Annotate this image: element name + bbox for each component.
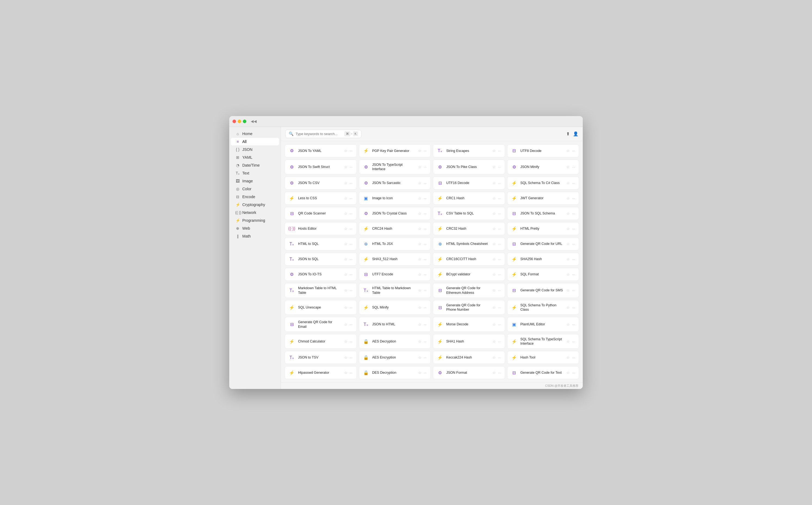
more-button[interactable]: ··· — [349, 257, 353, 262]
favorite-button[interactable]: ☆ — [566, 322, 570, 327]
tool-card[interactable]: ⚡ SHA256 Hash ☆ ··· — [507, 252, 579, 266]
tool-card[interactable]: Tₓ CSV Table to SQL ☆ ··· — [433, 207, 505, 220]
favorite-button[interactable]: ☆ — [418, 322, 422, 327]
favorite-button[interactable]: ☆ — [418, 196, 422, 201]
tool-card[interactable]: ⚡ CRC32 Hash ☆ ··· — [433, 222, 505, 235]
tool-card[interactable]: ⚙ JSON To Pike Class ☆ ··· — [433, 160, 505, 174]
favorite-button[interactable]: ☆ — [492, 196, 496, 201]
favorite-button[interactable]: ☆ — [344, 272, 348, 277]
more-button[interactable]: ··· — [497, 257, 502, 262]
sidebar-item-color[interactable]: ◎ Color — [231, 185, 279, 193]
more-button[interactable]: ··· — [349, 322, 353, 327]
sidebar-item-home[interactable]: ⌂ Home — [231, 130, 279, 138]
more-button[interactable]: ··· — [571, 196, 575, 201]
tool-card[interactable]: 🔒 DES Decryption ☆ ··· — [359, 366, 431, 379]
favorite-button[interactable]: ☆ — [344, 241, 348, 246]
close-button[interactable] — [233, 120, 236, 123]
favorite-button[interactable]: ☆ — [492, 164, 496, 170]
tool-card[interactable]: ⊟ UTF8 Decode ☆ ··· — [507, 144, 579, 157]
more-button[interactable]: ··· — [423, 148, 427, 153]
tool-card[interactable]: ⊟ UTF7 Encode ☆ ··· — [359, 268, 431, 281]
more-button[interactable]: ··· — [571, 148, 575, 153]
tool-card[interactable]: ⊟ Generate QR Code for SMS ☆ ··· — [507, 283, 579, 298]
more-button[interactable]: ··· — [497, 339, 502, 344]
favorite-button[interactable]: ☆ — [492, 257, 496, 262]
favorite-button[interactable]: ☆ — [492, 322, 496, 327]
tool-card[interactable]: ⊟ Generate QR Code for URL ☆ ··· — [507, 237, 579, 250]
favorite-button[interactable]: ☆ — [492, 370, 496, 375]
tool-card[interactable]: ⚙ JSON To IO-TS ☆ ··· — [285, 268, 357, 281]
favorite-button[interactable]: ☆ — [418, 164, 422, 170]
more-button[interactable]: ··· — [423, 339, 427, 344]
favorite-button[interactable]: ☆ — [566, 241, 570, 246]
favorite-button[interactable]: ☆ — [566, 339, 570, 344]
more-button[interactable]: ··· — [497, 241, 502, 246]
favorite-button[interactable]: ☆ — [566, 148, 570, 153]
more-button[interactable]: ··· — [349, 355, 353, 360]
tool-card[interactable]: ⚡ Hash Tool ☆ ··· — [507, 351, 579, 364]
more-button[interactable]: ··· — [349, 226, 353, 231]
more-button[interactable]: ··· — [423, 370, 427, 375]
tool-card[interactable]: ⚡ CRC1 Hash ☆ ··· — [433, 192, 505, 205]
more-button[interactable]: ··· — [349, 272, 353, 277]
more-button[interactable]: ··· — [423, 322, 427, 327]
more-button[interactable]: ··· — [571, 164, 575, 170]
tool-card[interactable]: ⚙ JSON To Sarcastic ☆ ··· — [359, 176, 431, 189]
favorite-button[interactable]: ☆ — [566, 355, 570, 360]
more-button[interactable]: ··· — [571, 226, 575, 231]
tool-card[interactable]: Tₓ JSON to HTML ☆ ··· — [359, 317, 431, 332]
more-button[interactable]: ··· — [497, 322, 502, 327]
more-button[interactable]: ··· — [571, 355, 575, 360]
tool-card[interactable]: ((·)) Hosts Editor ☆ ··· — [285, 222, 357, 235]
tool-card[interactable]: ⚡ Htpasswd Generator ☆ ··· — [285, 366, 357, 379]
favorite-button[interactable]: ☆ — [344, 257, 348, 262]
more-button[interactable]: ··· — [571, 339, 575, 344]
more-button[interactable]: ··· — [423, 196, 427, 201]
favorite-button[interactable]: ☆ — [566, 196, 570, 201]
tool-card[interactable]: 🔒 AES Decryption ☆ ··· — [359, 334, 431, 349]
more-button[interactable]: ··· — [497, 288, 502, 293]
more-button[interactable]: ··· — [497, 355, 502, 360]
more-button[interactable]: ··· — [423, 272, 427, 277]
favorite-button[interactable]: ☆ — [566, 180, 570, 186]
tool-card[interactable]: ⚙ JSON Minify ☆ ··· — [507, 160, 579, 174]
tool-card[interactable]: Tₓ String Escapes ☆ ··· — [433, 144, 505, 157]
tool-card[interactable]: ▣ PlantUML Editor ☆ ··· — [507, 317, 579, 332]
more-button[interactable]: ··· — [349, 148, 353, 153]
more-button[interactable]: ··· — [423, 288, 427, 293]
tool-card[interactable]: ⚡ Keccak224 Hash ☆ ··· — [433, 351, 505, 364]
favorite-button[interactable]: ☆ — [566, 164, 570, 170]
more-button[interactable]: ··· — [497, 211, 502, 216]
sidebar-item-cryptography[interactable]: ⚡ Cryptography — [231, 201, 279, 208]
more-button[interactable]: ··· — [423, 164, 427, 170]
sidebar-item-yaml[interactable]: ⊞ YAML — [231, 154, 279, 161]
more-button[interactable]: ··· — [571, 370, 575, 375]
more-button[interactable]: ··· — [571, 211, 575, 216]
favorite-button[interactable]: ☆ — [566, 226, 570, 231]
favorite-button[interactable]: ☆ — [344, 164, 348, 170]
favorite-button[interactable]: ☆ — [492, 355, 496, 360]
user-icon[interactable]: 👤 — [573, 131, 578, 137]
tool-card[interactable]: ⊟ JSON To SQL Schema ☆ ··· — [507, 207, 579, 220]
favorite-button[interactable]: ☆ — [344, 370, 348, 375]
sidebar-item-image[interactable]: 🖼 Image — [231, 177, 279, 185]
favorite-button[interactable]: ☆ — [418, 370, 422, 375]
favorite-button[interactable]: ☆ — [492, 180, 496, 186]
more-button[interactable]: ··· — [349, 339, 353, 344]
sidebar-item-programming[interactable]: ⚡ Programming — [231, 217, 279, 224]
tool-card[interactable]: ⊟ QR Code Scanner ☆ ··· — [285, 207, 357, 220]
tool-card[interactable]: Tₓ HTML Table to Markdown Table ☆ ··· — [359, 283, 431, 298]
tool-card[interactable]: ⚡ CRC24 Hash ☆ ··· — [359, 222, 431, 235]
tool-card[interactable]: ⚙ JSON To Crystal Class ☆ ··· — [359, 207, 431, 220]
more-button[interactable]: ··· — [423, 241, 427, 246]
tool-card[interactable]: ⚙ JSON To CSV ☆ ··· — [285, 176, 357, 189]
tool-card[interactable]: ▣ Image to Icon ☆ ··· — [359, 192, 431, 205]
more-button[interactable]: ··· — [349, 180, 353, 186]
more-button[interactable]: ··· — [497, 370, 502, 375]
tool-card[interactable]: ⚡ HTML Pretty ☆ ··· — [507, 222, 579, 235]
favorite-button[interactable]: ☆ — [492, 339, 496, 344]
tool-card[interactable]: ⚡ PGP Key Pair Generator ☆ ··· — [359, 144, 431, 157]
favorite-button[interactable]: ☆ — [492, 148, 496, 153]
minimize-button[interactable] — [238, 120, 241, 123]
sidebar-item-encode[interactable]: ⊟ Encode — [231, 193, 279, 201]
